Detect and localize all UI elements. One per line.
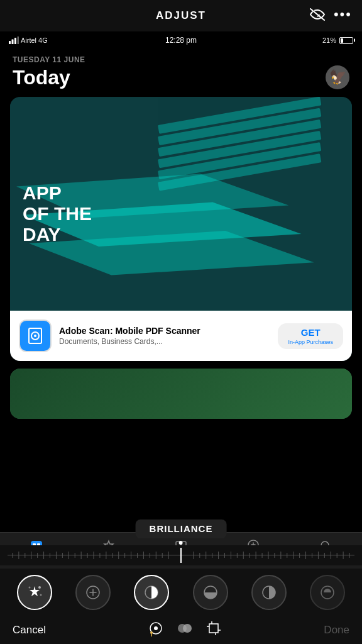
today-heading: Today bbox=[13, 66, 70, 89]
status-time: 12:28 pm bbox=[165, 36, 197, 45]
battery-percent: 21% bbox=[322, 36, 336, 44]
tool-extra[interactable] bbox=[310, 575, 345, 610]
slider-bar[interactable]: // We'll render ticks inline via a loop … bbox=[0, 545, 362, 565]
svg-point-101 bbox=[183, 624, 192, 633]
svg-point-97 bbox=[154, 626, 158, 630]
svg-point-87 bbox=[28, 586, 30, 588]
aotd-label-line2: OF THE bbox=[23, 203, 92, 224]
get-label: GET bbox=[288, 327, 333, 338]
tool-brilliance[interactable] bbox=[134, 575, 169, 610]
aotd-label-line1: APP bbox=[23, 182, 92, 203]
aotd-app-name: Adobe Scan: Mobile PDF Scanner bbox=[59, 326, 270, 336]
page-title: ADJUST bbox=[156, 9, 206, 22]
aotd-label-line3: DAY bbox=[23, 224, 92, 245]
bottom-action-bar: Cancel bbox=[0, 616, 362, 644]
brilliance-label: BRILLIANCE bbox=[150, 523, 213, 534]
more-icon[interactable]: ••• bbox=[334, 6, 352, 23]
iap-label: In-App Purchases bbox=[288, 339, 333, 345]
carrier-signal: Airtel 4G bbox=[9, 36, 48, 44]
carrier-name: Airtel 4G bbox=[21, 36, 48, 44]
aotd-graphic: APP OF THE DAY bbox=[10, 97, 352, 295]
eye-slash-icon[interactable] bbox=[309, 7, 326, 25]
svg-point-88 bbox=[40, 594, 41, 596]
aotd-app-sub: Documents, Business Cards,... bbox=[59, 337, 270, 346]
bottom-center-icons bbox=[148, 620, 222, 640]
svg-point-19 bbox=[34, 335, 36, 337]
get-button[interactable]: GET In-App Purchases bbox=[278, 323, 343, 349]
brilliance-tooltip: BRILLIANCE bbox=[136, 519, 227, 538]
exposure-adjust-icon[interactable] bbox=[148, 620, 164, 640]
top-bar: ADJUST ••• bbox=[0, 0, 362, 31]
aotd-app-icon bbox=[19, 319, 52, 352]
color-adjust-icon[interactable] bbox=[177, 620, 193, 640]
tool-exposure[interactable] bbox=[75, 575, 111, 610]
cancel-button[interactable]: Cancel bbox=[13, 624, 46, 636]
tool-shadows[interactable] bbox=[251, 575, 287, 610]
svg-rect-3 bbox=[12, 40, 14, 45]
aotd-app-info: Adobe Scan: Mobile PDF Scanner Documents… bbox=[59, 326, 270, 346]
aotd-card[interactable]: APP OF THE DAY Adobe Scan: Mobile PDF Sc… bbox=[10, 97, 352, 361]
second-card: 🍄 bbox=[10, 369, 352, 419]
tool-highlights[interactable] bbox=[193, 575, 228, 610]
avatar[interactable]: 🦅 bbox=[326, 65, 349, 89]
battery-icon bbox=[339, 37, 353, 44]
tool-auto-enhance[interactable] bbox=[17, 575, 52, 610]
svg-rect-102 bbox=[209, 624, 218, 633]
phone-screen: TUESDAY 11 JUNE Today 🦅 bbox=[0, 49, 362, 644]
app-store-header: TUESDAY 11 JUNE Today 🦅 bbox=[0, 49, 362, 94]
tooltip-dot bbox=[179, 541, 183, 545]
svg-rect-5 bbox=[18, 36, 19, 44]
status-bar: Airtel 4G 12:28 pm 21% bbox=[0, 31, 362, 49]
app-store-date: TUESDAY 11 JUNE bbox=[13, 55, 349, 64]
battery-area: 21% bbox=[322, 36, 353, 44]
svg-point-86 bbox=[38, 586, 41, 589]
edit-toolbar bbox=[0, 569, 362, 616]
svg-rect-2 bbox=[9, 41, 11, 44]
svg-point-98 bbox=[150, 631, 153, 634]
done-button[interactable]: Done bbox=[324, 624, 349, 636]
svg-rect-4 bbox=[14, 38, 16, 44]
crop-icon[interactable] bbox=[206, 620, 222, 640]
aotd-label: APP OF THE DAY bbox=[23, 182, 92, 245]
aotd-bottom: Adobe Scan: Mobile PDF Scanner Documents… bbox=[10, 311, 352, 361]
